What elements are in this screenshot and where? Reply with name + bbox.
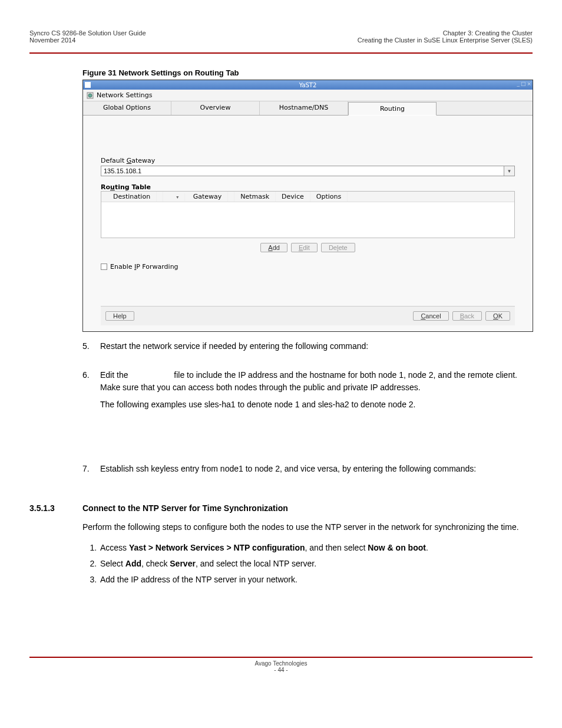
help-button[interactable]: Help	[105, 311, 134, 321]
sort-indicator-icon: ▾	[170, 193, 185, 201]
section-step-1: Access Yast > Network Services > NTP con…	[99, 542, 533, 554]
tab-overview[interactable]: Overview	[171, 101, 260, 115]
col-gateway[interactable]: ▾ Gateway	[163, 192, 234, 202]
section-intro: Perform the following steps to configure…	[82, 521, 533, 533]
step-5: 5. Restart the network service if needed…	[82, 340, 533, 357]
cancel-button[interactable]: Cancel	[413, 311, 448, 321]
default-gateway-input[interactable]	[101, 166, 504, 176]
delete-button[interactable]: Delete	[321, 243, 355, 252]
ip-forwarding-checkbox[interactable]	[101, 263, 107, 270]
back-button[interactable]: Back	[452, 311, 482, 321]
step-7: 7. Establish ssh keyless entry from node…	[82, 463, 533, 480]
section-title: Connect to the NTP Server for Time Synch…	[82, 503, 288, 513]
section-heading: 3.5.1.3 Connect to the NTP Server for Ti…	[29, 503, 533, 513]
doc-title: Syncro CS 9286-8e Solution User Guide	[29, 29, 146, 37]
minimize-icon[interactable]: _	[517, 81, 520, 87]
col-destination[interactable]: Destination	[101, 192, 163, 202]
routing-table-label: Routing Table	[101, 183, 515, 191]
add-button[interactable]: Add	[260, 243, 287, 252]
chapter-section: Creating the Cluster in SuSE Linux Enter…	[358, 37, 533, 44]
col-options[interactable]: Options	[310, 192, 348, 202]
footer-page: - 44 -	[29, 667, 533, 673]
col-netmask[interactable]: Netmask	[234, 192, 276, 202]
ip-forwarding-label: Enable IP Forwarding	[110, 263, 178, 271]
tab-bar: Global Options Overview Hostname/DNS Rou…	[83, 101, 533, 116]
yast-module-title: Network Settings	[97, 91, 153, 99]
step-6: 6. Edit the file to include the IP addre…	[82, 369, 533, 416]
section-number: 3.5.1.3	[29, 503, 82, 513]
document-footer: Avago Technologies - 44 -	[29, 657, 533, 673]
window-title: YaST2	[83, 82, 533, 88]
tab-routing[interactable]: Routing	[348, 102, 437, 116]
network-settings-icon	[87, 92, 94, 99]
tab-global-options[interactable]: Global Options	[83, 101, 171, 115]
close-icon[interactable]: ×	[527, 81, 531, 87]
edit-button[interactable]: Edit	[291, 243, 318, 252]
doc-date: November 2014	[29, 37, 146, 44]
yast-screenshot: YaST2 _ □ × Network Settings Global Opti…	[82, 80, 533, 332]
tab-hostname-dns[interactable]: Hostname/DNS	[260, 101, 348, 115]
routing-table[interactable]: Destination ▾ Gateway Netmask Device Opt…	[101, 191, 515, 238]
gateway-dropdown-button[interactable]: ▾	[504, 166, 515, 176]
figure-caption: Figure 31 Network Settings on Routing Ta…	[82, 68, 533, 77]
col-device[interactable]: Device	[276, 192, 310, 202]
chapter-title: Chapter 3: Creating the Cluster	[358, 29, 533, 37]
footer-company: Avago Technologies	[29, 660, 533, 667]
default-gateway-label: Default Gateway	[101, 157, 515, 164]
maximize-icon[interactable]: □	[521, 81, 526, 87]
chevron-down-icon: ▾	[508, 168, 511, 174]
ok-button[interactable]: OK	[485, 311, 510, 321]
svg-point-1	[88, 94, 92, 97]
section-step-2: Select Add, check Server, and select the…	[99, 558, 533, 570]
section-step-3: Add the IP address of the NTP server in …	[99, 574, 533, 586]
yast-subheader: Network Settings	[83, 90, 533, 101]
document-header: Syncro CS 9286-8e Solution User Guide No…	[29, 29, 533, 54]
window-titlebar[interactable]: YaST2 _ □ ×	[83, 80, 533, 90]
